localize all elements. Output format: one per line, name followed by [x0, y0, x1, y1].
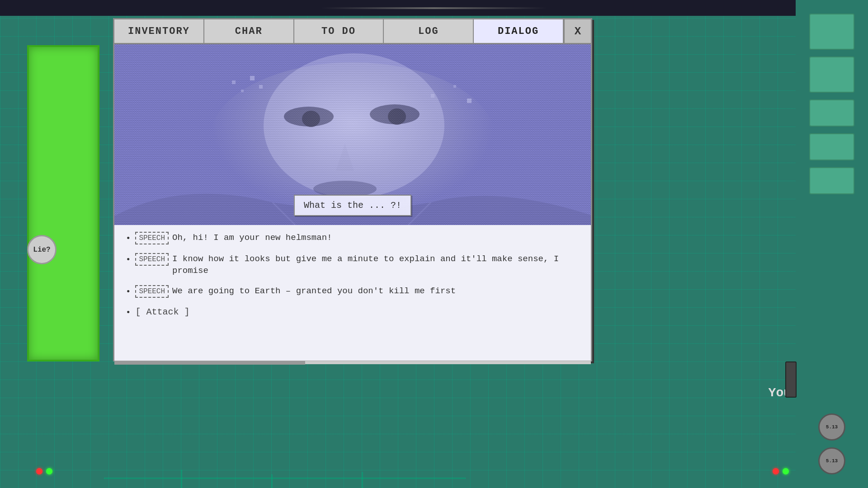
option-text-4: [ Attack ]	[135, 306, 580, 319]
bullet-1: •	[126, 233, 131, 245]
connector-port	[785, 361, 797, 398]
tab-todo[interactable]: TO DO	[294, 19, 384, 43]
right-circle-2: 5.13	[818, 447, 845, 474]
bullet-3: •	[126, 286, 131, 298]
circuit-trace-4	[362, 472, 363, 488]
speech-tag-2: SPEECH	[135, 253, 169, 266]
speech-tag-1: SPEECH	[135, 232, 169, 244]
tab-bar: INVENTORY CHAR TO DO LOG DIALOG X	[114, 19, 591, 44]
led-group	[36, 468, 52, 474]
speech-bubble-text: What is the ... ?!	[304, 200, 401, 211]
right-block-5	[809, 167, 854, 194]
led-group-right	[773, 468, 789, 474]
circuit-trace-2	[181, 470, 182, 488]
option-text-2: I know how it looks but give me a minute…	[172, 253, 580, 277]
main-window: INVENTORY CHAR TO DO LOG DIALOG X	[113, 18, 592, 361]
right-block-1	[809, 14, 854, 50]
left-panel	[27, 45, 99, 361]
right-circle-1: 5.13	[818, 413, 845, 441]
tab-inventory[interactable]: INVENTORY	[114, 19, 204, 43]
portrait-area: What is the ... ?!	[114, 44, 591, 225]
top-bar-decoration	[321, 7, 547, 9]
dialog-option-4[interactable]: • [ Attack ]	[126, 306, 580, 319]
option-text-3: We are going to Earth – granted you don'…	[172, 285, 580, 297]
circuit-trace-3	[271, 474, 273, 488]
option-text-1: Oh, hi! I am your new helmsman!	[172, 232, 580, 244]
led-red	[36, 468, 42, 474]
scrollbar[interactable]	[114, 361, 591, 364]
tab-char[interactable]: CHAR	[204, 19, 294, 43]
right-block-3	[809, 99, 854, 127]
top-bar	[0, 0, 868, 16]
lie-button[interactable]: Lie?	[27, 235, 57, 264]
dialog-option-3[interactable]: • SPEECH We are going to Earth – granted…	[126, 285, 580, 298]
led-green	[46, 468, 52, 474]
speech-tag-3: SPEECH	[135, 285, 169, 298]
close-button[interactable]: X	[564, 19, 591, 43]
tab-dialog[interactable]: DIALOG	[474, 19, 564, 43]
led-red-right	[773, 468, 779, 474]
dialog-option-2[interactable]: • SPEECH I know how it looks but give me…	[126, 253, 580, 277]
dialog-area: • SPEECH Oh, hi! I am your new helmsman!…	[114, 225, 591, 361]
led-green-right	[783, 468, 789, 474]
game-background: Lie? 5.13 5.13 You INVENTORY CHAR TO DO …	[0, 0, 868, 488]
right-block-4	[809, 133, 854, 160]
tab-log[interactable]: LOG	[384, 19, 474, 43]
scrollbar-thumb[interactable]	[114, 361, 305, 365]
speech-bubble: What is the ... ?!	[294, 195, 411, 216]
bullet-2: •	[126, 254, 131, 266]
right-block-2	[809, 56, 854, 93]
circuit-trace-1	[104, 478, 466, 479]
right-panel: 5.13 5.13	[796, 0, 868, 488]
bullet-4: •	[126, 307, 131, 319]
dialog-option-1[interactable]: • SPEECH Oh, hi! I am your new helmsman!	[126, 232, 580, 245]
